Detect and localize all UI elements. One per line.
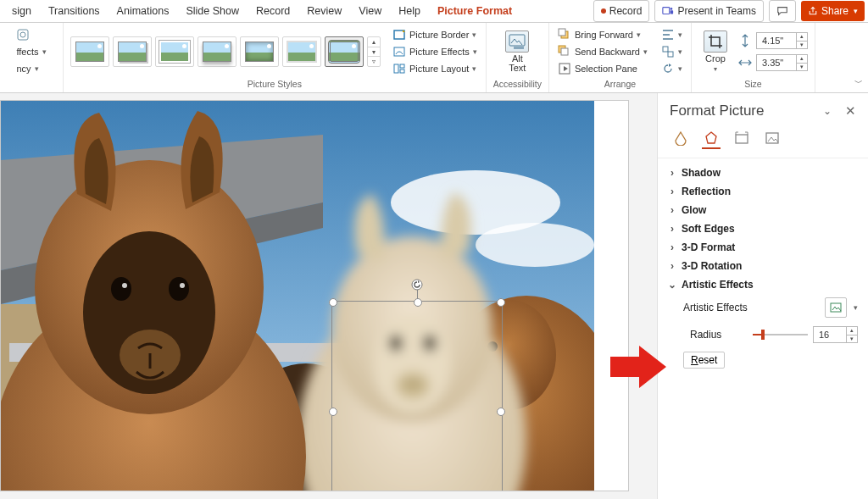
tab-size-properties[interactable] xyxy=(732,129,751,149)
svg-rect-10 xyxy=(509,35,525,46)
svg-point-44 xyxy=(412,280,422,290)
pane-close-icon[interactable]: ✕ xyxy=(842,102,860,120)
record-button[interactable]: Record xyxy=(593,0,650,22)
style-thumb-4[interactable] xyxy=(198,36,236,67)
effects-row[interactable]: ffects▾ xyxy=(14,44,47,59)
section-reflection[interactable]: ›Reflection xyxy=(665,182,861,201)
share-button[interactable]: Share ▾ xyxy=(801,1,865,21)
menu-record[interactable]: Record xyxy=(248,2,298,20)
artistic-effects-dropdown[interactable] xyxy=(14,27,31,42)
artistic-effects-picker[interactable] xyxy=(825,297,847,318)
tab-picture[interactable] xyxy=(763,129,782,149)
comments-button[interactable] xyxy=(769,0,796,22)
menu-design[interactable]: sign xyxy=(3,2,40,20)
svg-point-42 xyxy=(180,283,185,288)
height-spin-buttons[interactable]: ▴▾ xyxy=(796,33,807,48)
rotate-button[interactable]: ▾ xyxy=(659,61,684,76)
align-button[interactable]: ▾ xyxy=(659,27,684,42)
ribbon-collapse-chevron-icon[interactable]: ﹀ xyxy=(854,77,863,89)
canvas-area[interactable] xyxy=(0,93,657,499)
style-gallery-more[interactable]: ▴▾▿ xyxy=(367,36,381,67)
chevron-down-icon[interactable]: ▾ xyxy=(854,303,858,312)
record-label: Record xyxy=(609,5,643,17)
handle-w[interactable] xyxy=(329,408,337,416)
menu-picture-format[interactable]: Picture Format xyxy=(429,2,520,20)
radius-input[interactable]: 16 ▴▾ xyxy=(813,326,858,343)
rotation-handle[interactable] xyxy=(410,278,424,291)
handle-nw[interactable] xyxy=(329,298,337,307)
radius-slider[interactable] xyxy=(753,329,808,341)
section-artistic-effects[interactable]: ⌄Artistic Effects xyxy=(665,275,861,294)
style-thumb-2[interactable] xyxy=(113,36,152,67)
slide-photo[interactable] xyxy=(1,101,594,491)
style-thumb-1[interactable] xyxy=(70,36,109,67)
height-input[interactable]: 4.15" ▴▾ xyxy=(756,32,808,49)
crop-button[interactable]: Crop ▾ xyxy=(698,26,732,77)
artistic-effects-label: Artistic Effects xyxy=(683,302,753,313)
style-thumb-3[interactable] xyxy=(155,36,194,67)
accessibility-group-label: Accessibility xyxy=(493,77,542,91)
reset-underline: R xyxy=(691,354,698,366)
menu-transitions[interactable]: Transitions xyxy=(40,2,108,20)
handle-ne[interactable] xyxy=(497,298,505,307)
section-shadow[interactable]: ›Shadow xyxy=(665,164,861,182)
picture-border-label: Picture Border xyxy=(409,30,469,40)
menu-review[interactable]: Review xyxy=(298,2,350,20)
menu-help[interactable]: Help xyxy=(390,2,429,20)
tab-effects[interactable] xyxy=(702,129,721,149)
picture-border-dropdown[interactable]: Picture Border▾ xyxy=(391,27,478,42)
radius-spin-buttons[interactable]: ▴▾ xyxy=(846,327,857,342)
artistic-effects-controls: Artistic Effects ▾ Radius 16 ▴▾ xyxy=(665,294,861,372)
tab-fill-line[interactable] xyxy=(671,129,690,149)
selection-pane-button[interactable]: Selection Pane xyxy=(556,61,639,76)
section-glow[interactable]: ›Glow xyxy=(665,201,861,219)
menu-slide-show[interactable]: Slide Show xyxy=(177,2,248,20)
style-thumb-6[interactable] xyxy=(282,36,321,67)
style-thumb-5[interactable] xyxy=(240,36,279,67)
width-spin-buttons[interactable]: ▴▾ xyxy=(796,55,807,70)
height-icon xyxy=(737,33,753,48)
svg-marker-45 xyxy=(706,132,716,143)
alt-text-label: Alt Text xyxy=(509,54,526,73)
picture-effects-dropdown[interactable]: Picture Effects▾ xyxy=(391,44,479,59)
handle-e[interactable] xyxy=(497,408,505,416)
rotate-icon xyxy=(661,62,675,75)
menu-view[interactable]: View xyxy=(350,2,390,20)
menu-animations[interactable]: Animations xyxy=(108,2,178,20)
record-dot-icon xyxy=(601,8,606,14)
pane-title: Format Picture xyxy=(670,103,820,119)
bring-forward-icon xyxy=(558,28,571,42)
alt-text-button[interactable]: Alt Text xyxy=(500,26,534,77)
section-3d-format[interactable]: ›3-D Format xyxy=(665,238,861,257)
effects-icon xyxy=(16,28,30,42)
slide[interactable] xyxy=(0,100,629,491)
reset-button[interactable]: Reset xyxy=(683,352,725,369)
bring-forward-button[interactable]: Bring Forward▾ xyxy=(556,27,643,42)
radius-label: Radius xyxy=(683,329,748,341)
picture-layout-dropdown[interactable]: Picture Layout▾ xyxy=(391,61,478,76)
width-input[interactable]: 3.35" ▴▾ xyxy=(756,54,808,71)
present-teams-label: Present in Teams xyxy=(677,5,756,17)
send-backward-label: Send Backward xyxy=(575,47,640,57)
alt-text-icon xyxy=(505,30,529,53)
style-thumb-7[interactable] xyxy=(325,36,364,67)
transparency-row[interactable]: ncy▾ xyxy=(14,61,40,76)
picture-effects-label: Picture Effects xyxy=(409,47,470,57)
format-picture-pane: Format Picture ⌄ ✕ ›Shadow ›Reflection ›… xyxy=(657,93,868,499)
pane-options-chevron-icon[interactable]: ⌄ xyxy=(820,103,835,119)
send-backward-button[interactable]: Send Backward▾ xyxy=(556,44,649,59)
section-soft-edges[interactable]: ›Soft Edges xyxy=(665,219,861,238)
pane-body: ›Shadow ›Reflection ›Glow ›Soft Edges ›3… xyxy=(658,158,868,499)
section-3d-format-label: 3-D Format xyxy=(682,241,735,253)
height-value: 4.15" xyxy=(757,36,796,46)
section-artistic-effects-label: Artistic Effects xyxy=(682,279,754,291)
picture-selection-box[interactable] xyxy=(331,301,503,491)
present-in-teams-button[interactable]: Present in Teams xyxy=(654,0,764,22)
svg-rect-9 xyxy=(400,69,404,73)
handle-n[interactable] xyxy=(414,298,422,307)
share-label: Share xyxy=(821,5,849,17)
svg-rect-8 xyxy=(400,64,404,68)
group-objects-button[interactable]: ▾ xyxy=(659,44,684,59)
svg-rect-17 xyxy=(663,47,668,52)
section-3d-rotation[interactable]: ›3-D Rotation xyxy=(665,257,861,275)
